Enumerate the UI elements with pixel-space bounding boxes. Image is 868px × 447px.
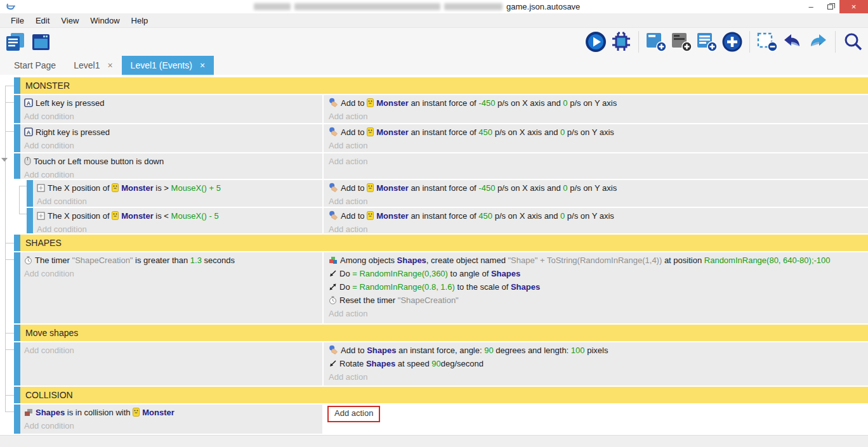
add-condition-link[interactable]: Add condition [24, 110, 319, 123]
add-condition-link[interactable]: Add condition [37, 195, 319, 207]
redo-icon[interactable] [806, 30, 829, 53]
conditions-cell[interactable]: ALeft key is pressed Add condition [20, 95, 322, 123]
event-bar[interactable] [14, 325, 20, 341]
add-condition-link[interactable]: Add condition [24, 344, 319, 357]
add-condition-link[interactable]: Add condition [24, 419, 319, 432]
event-group-move-shapes[interactable]: Move shapes [14, 325, 868, 341]
group-title[interactable]: COLLISION [20, 387, 868, 403]
event-group-monster[interactable]: MONSTER [14, 77, 868, 94]
event-bar[interactable] [14, 77, 20, 94]
object-link-monster[interactable]: Monster [376, 211, 409, 221]
event-bar[interactable] [14, 405, 20, 434]
group-title[interactable]: Move shapes [20, 325, 868, 341]
object-link-shapes[interactable]: Shapes [367, 346, 396, 355]
conditions-cell[interactable]: The X position of Monster is < MouseX() … [33, 208, 322, 233]
tab-close-icon[interactable]: × [200, 60, 205, 70]
object-link-monster[interactable]: Monster [142, 408, 174, 417]
conditions-cell[interactable]: Add condition [20, 342, 322, 385]
add-action-link[interactable]: Add action [329, 370, 863, 384]
event-bar[interactable] [14, 153, 20, 179]
event-row-left-key[interactable]: ALeft key is pressed Add condition Add t… [14, 95, 868, 123]
conditions-cell[interactable]: ARight key is pressed Add condition [20, 124, 322, 152]
tab-level1-events[interactable]: Level1 (Events) × [122, 56, 214, 75]
event-bar[interactable] [14, 95, 20, 123]
conditions-cell[interactable]: The X position of Monster is > MouseX() … [33, 180, 322, 207]
add-event-icon[interactable] [645, 30, 667, 53]
event-bar[interactable] [27, 208, 33, 233]
add-action-link[interactable]: Add action [329, 223, 863, 233]
add-comment-icon[interactable] [695, 30, 718, 53]
add-condition-link[interactable]: Add condition [24, 267, 319, 280]
add-condition-link[interactable]: Add condition [37, 223, 319, 233]
object-link-monster[interactable]: Monster [376, 127, 409, 137]
event-bar[interactable] [14, 342, 20, 385]
object-link-monster[interactable]: Monster [376, 98, 409, 108]
object-link-monster[interactable]: Monster [121, 211, 154, 221]
add-action-link[interactable]: Add action [329, 195, 863, 207]
delete-event-icon[interactable] [756, 30, 779, 53]
sub-event-row-xpos-greater[interactable]: The X position of Monster is > MouseX() … [14, 180, 868, 207]
add-special-event-icon[interactable] [721, 30, 744, 53]
actions-cell[interactable]: Add to Monster an instant force of -450 … [324, 95, 868, 123]
event-row-shape-timer[interactable]: The timer "ShapeCreation" is greater tha… [14, 252, 868, 323]
event-bar[interactable] [14, 387, 20, 403]
object-link-shapes[interactable]: Shapes [511, 282, 540, 292]
tab-level1[interactable]: Level1 × [65, 56, 121, 75]
object-link-monster[interactable]: Monster [376, 183, 409, 193]
collapse-toggle[interactable] [1, 158, 8, 162]
add-condition-link[interactable]: Add condition [24, 139, 319, 152]
debugger-chip-icon[interactable] [610, 30, 633, 53]
object-link-shapes[interactable]: Shapes [491, 269, 520, 278]
menu-file[interactable]: File [5, 16, 30, 25]
conditions-cell[interactable]: The timer "ShapeCreation" is greater tha… [20, 252, 322, 323]
actions-cell[interactable]: Add action [324, 405, 868, 434]
tab-start-page[interactable]: Start Page [5, 56, 65, 75]
group-title[interactable]: MONSTER [20, 77, 868, 94]
close-button[interactable]: × [839, 0, 868, 13]
event-row-move-shapes[interactable]: Add condition Add to Shapes an instant f… [14, 342, 868, 385]
event-row-collision[interactable]: Shapes is in collision with Monster Add … [14, 405, 868, 434]
event-group-collision[interactable]: COLLISION [14, 387, 868, 403]
add-action-link[interactable]: Add action [329, 307, 863, 320]
actions-cell[interactable]: Add action [324, 153, 868, 179]
event-group-shapes[interactable]: SHAPES [14, 235, 868, 251]
add-condition-link[interactable]: Add condition [24, 168, 319, 179]
project-manager-icon[interactable] [4, 30, 27, 53]
add-action-link[interactable]: Add action [334, 408, 373, 418]
actions-cell[interactable]: Add to Shapes an instant force, angle: 9… [324, 342, 868, 385]
menu-window[interactable]: Window [84, 16, 125, 25]
object-link-monster[interactable]: Monster [121, 183, 154, 193]
restore-button[interactable] [820, 0, 839, 13]
minimize-button[interactable]: – [801, 0, 820, 13]
search-icon[interactable] [841, 30, 864, 53]
event-bar[interactable] [14, 252, 20, 323]
menu-edit[interactable]: Edit [30, 16, 55, 25]
actions-cell[interactable]: Add to Monster an instant force of 450 p… [324, 124, 868, 152]
add-action-link[interactable]: Add action [329, 155, 863, 168]
conditions-cell[interactable]: Touch or Left mouse button is down Add c… [20, 153, 322, 179]
actions-cell[interactable]: Add to Monster an instant force of 450 p… [324, 208, 868, 233]
conditions-cell[interactable]: Shapes is in collision with Monster Add … [20, 405, 322, 434]
menu-view[interactable]: View [55, 16, 84, 25]
actions-cell[interactable]: Add to Monster an instant force of -450 … [324, 180, 868, 207]
menu-help[interactable]: Help [126, 16, 154, 25]
actions-cell[interactable]: Among objects Shapes, create object name… [324, 252, 868, 323]
add-action-link[interactable]: Add action [329, 110, 863, 123]
add-sub-event-icon[interactable] [670, 30, 693, 53]
start-page-window-icon[interactable] [29, 30, 52, 53]
event-bar[interactable] [14, 235, 20, 251]
event-bar[interactable] [14, 124, 20, 152]
tab-close-icon[interactable]: × [107, 60, 112, 70]
object-link-shapes[interactable]: Shapes [397, 256, 426, 265]
group-title[interactable]: SHAPES [20, 235, 868, 251]
event-bar[interactable] [27, 180, 33, 207]
add-action-highlight[interactable]: Add action [327, 406, 380, 422]
add-action-link[interactable]: Add action [329, 139, 863, 152]
object-link-shapes[interactable]: Shapes [366, 359, 395, 368]
object-link-shapes[interactable]: Shapes [36, 408, 65, 417]
preview-play-icon[interactable] [584, 30, 607, 53]
event-row-right-key[interactable]: ARight key is pressed Add condition Add … [14, 124, 868, 152]
sub-event-row-xpos-less[interactable]: The X position of Monster is < MouseX() … [14, 208, 868, 233]
event-row-touch[interactable]: Touch or Left mouse button is down Add c… [14, 153, 868, 179]
undo-icon[interactable] [781, 30, 804, 53]
